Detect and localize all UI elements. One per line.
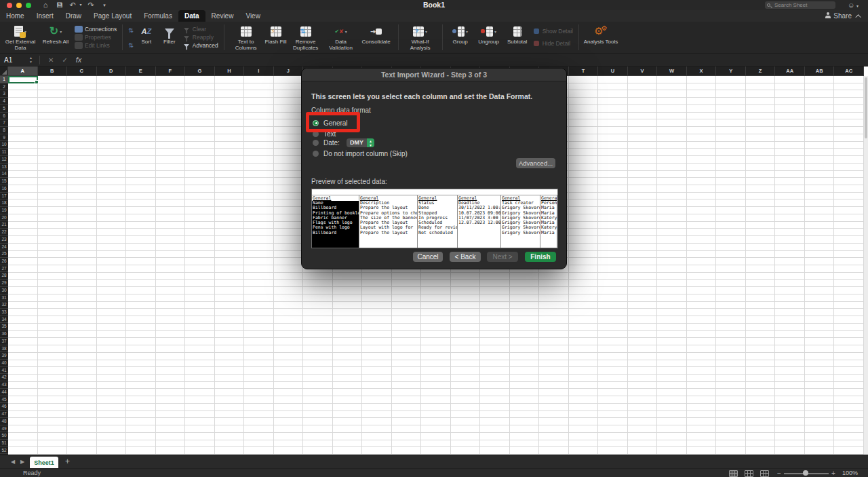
row-header-19[interactable]: 19 (0, 207, 8, 214)
share-button[interactable]: Share (825, 10, 861, 22)
column-header-AA[interactable]: AA (775, 66, 805, 76)
row-header-13[interactable]: 13 (0, 164, 8, 171)
text-to-columns-button[interactable]: Text to Columns (229, 23, 264, 52)
flash-fill-button[interactable]: ⚡︎ Flash Fill (264, 23, 288, 52)
preview-column-0[interactable]: GeneralNameBillboardPrinting of booklets… (312, 195, 359, 248)
row-header-3[interactable]: 3 (0, 90, 8, 98)
confirm-entry-icon[interactable]: ✓ (62, 56, 67, 64)
row-header-47[interactable]: 47 (0, 411, 8, 418)
row-header-45[interactable]: 45 (0, 396, 8, 404)
tab-data[interactable]: Data (178, 10, 205, 22)
scrollbar-thumb[interactable] (865, 77, 867, 138)
preview-column-2[interactable]: GeneralStatusDoneStoppedIn progressSched… (418, 195, 458, 248)
row-header-50[interactable]: 50 (0, 432, 8, 440)
sheet-tab-sheet1[interactable]: Sheet1 (30, 457, 58, 469)
row-header-39[interactable]: 39 (0, 352, 8, 360)
name-box-stepper-icon[interactable]: ▲▼ (29, 56, 33, 64)
collapse-ribbon-icon[interactable] (855, 14, 861, 20)
row-header-52[interactable]: 52 (0, 447, 8, 455)
data-validation-button[interactable]: ✔✘▾ Data Validation (323, 23, 359, 52)
back-button[interactable]: < Back (450, 252, 481, 262)
tab-page-layout[interactable]: Page Layout (87, 10, 138, 22)
row-header-23[interactable]: 23 (0, 236, 8, 244)
row-header-6[interactable]: 6 (0, 113, 8, 120)
cancel-button[interactable]: Cancel (413, 252, 443, 262)
column-header-U[interactable]: U (598, 66, 628, 76)
row-header-21[interactable]: 21 (0, 221, 8, 229)
analysis-tools-button[interactable]: ⚙⚙ Analysis Tools (583, 23, 618, 52)
row-header-49[interactable]: 49 (0, 425, 8, 433)
vertical-scrollbar[interactable] (864, 76, 868, 455)
row-header-22[interactable]: 22 (0, 229, 8, 236)
radio-date[interactable]: Date: DMY ▲▼ (313, 138, 374, 147)
row-header-36[interactable]: 36 (0, 330, 8, 338)
row-header-28[interactable]: 28 (0, 272, 8, 280)
column-header-H[interactable]: H (215, 66, 245, 76)
prev-sheet-icon[interactable]: ◀ (11, 455, 15, 469)
next-sheet-icon[interactable]: ▶ (20, 455, 24, 469)
normal-view-icon[interactable] (729, 470, 738, 477)
row-header-33[interactable]: 33 (0, 309, 8, 316)
cancel-entry-icon[interactable]: ✕ (48, 56, 54, 64)
row-header-24[interactable]: 24 (0, 244, 8, 251)
select-all-corner[interactable] (0, 66, 8, 76)
row-header-17[interactable]: 17 (0, 193, 8, 200)
row-header-15[interactable]: 15 (0, 178, 8, 185)
row-header-38[interactable]: 38 (0, 345, 8, 353)
page-break-view-icon[interactable] (760, 470, 769, 477)
row-header-43[interactable]: 43 (0, 381, 8, 389)
column-header-Y[interactable]: Y (716, 66, 746, 76)
column-header-F[interactable]: F (156, 66, 186, 76)
row-header-14[interactable]: 14 (0, 170, 8, 178)
sort-descending-button[interactable]: ⇅ (128, 41, 134, 50)
column-header-AC[interactable]: AC (834, 66, 864, 76)
consolidate-button[interactable]: ➔ Consolidate (359, 23, 394, 52)
row-header-42[interactable]: 42 (0, 374, 8, 381)
preview-column-5[interactable]: GeneralPerson iMaria PMaria PKaterynMari… (540, 195, 557, 248)
column-header-D[interactable]: D (97, 66, 127, 76)
advanced-button[interactable]: Advanced... (516, 158, 555, 168)
row-header-27[interactable]: 27 (0, 265, 8, 273)
column-header-B[interactable]: B (38, 66, 68, 76)
zoom-out-icon[interactable]: − (777, 469, 781, 477)
row-header-31[interactable]: 31 (0, 294, 8, 302)
row-header-35[interactable]: 35 (0, 323, 8, 330)
row-header-8[interactable]: 8 (0, 127, 8, 134)
tab-insert[interactable]: Insert (31, 10, 60, 22)
row-header-11[interactable]: 11 (0, 149, 8, 156)
filter-button[interactable]: Filter (158, 23, 181, 52)
radio-date-icon[interactable] (313, 140, 319, 146)
insert-function-icon[interactable]: fx (76, 56, 82, 64)
row-header-18[interactable]: 18 (0, 199, 8, 207)
preview-column-1[interactable]: GeneralDescriptionPrepare the layoutPrep… (359, 195, 418, 248)
get-external-data-button[interactable]: ▾ Get External Data (3, 23, 38, 52)
ungroup-button[interactable]: ▾ Ungroup (474, 23, 504, 52)
column-header-Z[interactable]: Z (746, 66, 776, 76)
tab-formulas[interactable]: Formulas (138, 10, 178, 22)
name-box[interactable]: A1 ▲▼ (0, 54, 35, 66)
row-header-16[interactable]: 16 (0, 185, 8, 193)
row-header-32[interactable]: 32 (0, 301, 8, 309)
preview-column-4[interactable]: GeneralTask creatorGrigory SkovorodaGrig… (501, 195, 540, 248)
row-header-7[interactable]: 7 (0, 119, 8, 127)
row-header-25[interactable]: 25 (0, 250, 8, 258)
row-header-40[interactable]: 40 (0, 360, 8, 367)
tab-review[interactable]: Review (205, 10, 240, 22)
column-header-A[interactable]: A (8, 66, 38, 76)
radio-skip-icon[interactable] (313, 151, 319, 157)
column-header-T[interactable]: T (569, 66, 599, 76)
row-header-44[interactable]: 44 (0, 389, 8, 396)
row-header-46[interactable]: 46 (0, 403, 8, 411)
tab-draw[interactable]: Draw (60, 10, 87, 22)
row-header-48[interactable]: 48 (0, 418, 8, 425)
row-header-41[interactable]: 41 (0, 367, 8, 375)
radio-skip-column[interactable]: Do not import column (Skip) (313, 149, 408, 157)
tab-home[interactable]: Home (0, 10, 31, 22)
preview-column-3[interactable]: GeneralDeadline30/11/2022 1:00:0010.07.2… (458, 195, 501, 248)
add-sheet-icon[interactable]: + (65, 455, 70, 469)
column-header-X[interactable]: X (687, 66, 717, 76)
sort-button[interactable]: AZ Sort (135, 23, 158, 52)
remove-duplicates-button[interactable]: ⇅ Remove Duplicates (288, 23, 323, 52)
zoom-in-icon[interactable]: + (831, 469, 835, 477)
advanced-filter-button[interactable]: Advanced (182, 41, 218, 50)
